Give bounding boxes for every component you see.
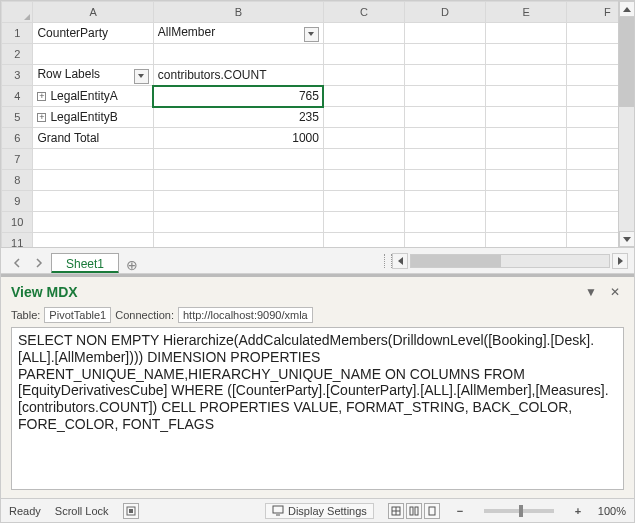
pivot-filter-value[interactable]: AllMember: [153, 23, 323, 44]
mdx-table-value: PivotTable1: [44, 307, 111, 323]
mdx-table-label: Table:: [11, 309, 40, 321]
spreadsheet-grid[interactable]: A B C D E F G H 1 CounterParty AllMember…: [1, 1, 634, 274]
pane-close-icon[interactable]: ✕: [606, 283, 624, 301]
col-header-C[interactable]: C: [323, 2, 404, 23]
expand-icon[interactable]: +: [37, 113, 46, 122]
row-header-3[interactable]: 3: [2, 65, 33, 86]
row-header-6[interactable]: 6: [2, 128, 33, 149]
zoom-level[interactable]: 100%: [598, 505, 626, 517]
mdx-connection-label: Connection:: [115, 309, 174, 321]
sheet-tab-strip: Sheet1 ⊕: [1, 247, 634, 273]
svg-rect-8: [415, 507, 418, 515]
grand-total-label[interactable]: Grand Total: [33, 128, 153, 149]
row-header-2[interactable]: 2: [2, 44, 33, 65]
status-scroll-lock: Scroll Lock: [55, 505, 109, 517]
normal-view-icon[interactable]: [388, 503, 404, 519]
add-sheet-button[interactable]: ⊕: [121, 257, 143, 273]
zoom-out-button[interactable]: −: [454, 505, 466, 517]
page-break-view-icon[interactable]: [424, 503, 440, 519]
select-all-corner[interactable]: [2, 2, 33, 23]
row-header-9[interactable]: 9: [2, 191, 33, 212]
row-labels-header[interactable]: Row Labels: [33, 65, 153, 86]
mdx-connection-value: http://localhost:9090/xmla: [178, 307, 313, 323]
monitor-icon: [272, 505, 284, 517]
row-header-8[interactable]: 8: [2, 170, 33, 191]
pivot-row-0[interactable]: +LegalEntityA: [33, 86, 153, 107]
svg-rect-2: [273, 506, 283, 513]
col-header-D[interactable]: D: [405, 2, 486, 23]
row-header-7[interactable]: 7: [2, 149, 33, 170]
mdx-query-text[interactable]: SELECT NON EMPTY Hierarchize(AddCalculat…: [11, 327, 624, 490]
status-bar: Ready Scroll Lock Display Settings − + 1…: [1, 498, 634, 522]
row-header-10[interactable]: 10: [2, 212, 33, 233]
zoom-slider[interactable]: [484, 509, 554, 513]
tab-splitter-icon[interactable]: [384, 254, 392, 268]
scroll-up-button[interactable]: [619, 1, 634, 17]
pivot-row-1[interactable]: +LegalEntityB: [33, 107, 153, 128]
filter-dropdown-icon[interactable]: [304, 27, 319, 42]
scroll-down-button[interactable]: [619, 231, 634, 247]
view-mdx-pane: View MDX ▼ ✕ Table: PivotTable1 Connecti…: [1, 274, 634, 498]
row-header-1[interactable]: 1: [2, 23, 33, 44]
worksheet-area: A B C D E F G H 1 CounterParty AllMember…: [1, 1, 634, 274]
macro-record-icon[interactable]: [123, 503, 139, 519]
mdx-pane-title: View MDX: [11, 284, 576, 300]
tab-nav-prev[interactable]: [7, 253, 27, 273]
svg-rect-9: [429, 507, 435, 515]
vscroll-track[interactable]: [619, 17, 634, 231]
display-settings-button[interactable]: Display Settings: [265, 503, 374, 519]
pivot-filter-label[interactable]: CounterParty: [33, 23, 153, 44]
svg-rect-7: [410, 507, 413, 515]
vscroll-thumb[interactable]: [619, 17, 634, 107]
row-header-4[interactable]: 4: [2, 86, 33, 107]
tab-nav-next[interactable]: [29, 253, 49, 273]
horizontal-scrollbar: [384, 248, 634, 273]
value-header[interactable]: contributors.COUNT: [153, 65, 323, 86]
scroll-left-button[interactable]: [392, 253, 408, 269]
row-header-5[interactable]: 5: [2, 107, 33, 128]
row-labels-dropdown-icon[interactable]: [134, 69, 149, 84]
col-header-B[interactable]: B: [153, 2, 323, 23]
sheet-tab[interactable]: Sheet1: [51, 253, 119, 274]
vertical-scrollbar[interactable]: [618, 1, 634, 247]
col-header-E[interactable]: E: [486, 2, 567, 23]
svg-rect-1: [129, 509, 133, 513]
grand-total-value[interactable]: 1000: [153, 128, 323, 149]
selected-cell-B4[interactable]: 765: [153, 86, 323, 107]
expand-icon[interactable]: +: [37, 92, 46, 101]
hscroll-thumb[interactable]: [411, 255, 501, 267]
pivot-filter-value-text: AllMember: [158, 25, 215, 39]
pane-options-icon[interactable]: ▼: [582, 283, 600, 301]
col-header-A[interactable]: A: [33, 2, 153, 23]
scroll-right-button[interactable]: [612, 253, 628, 269]
zoom-in-button[interactable]: +: [572, 505, 584, 517]
status-ready: Ready: [9, 505, 41, 517]
pivot-row-1-value[interactable]: 235: [153, 107, 323, 128]
hscroll-track[interactable]: [410, 254, 610, 268]
page-layout-view-icon[interactable]: [406, 503, 422, 519]
